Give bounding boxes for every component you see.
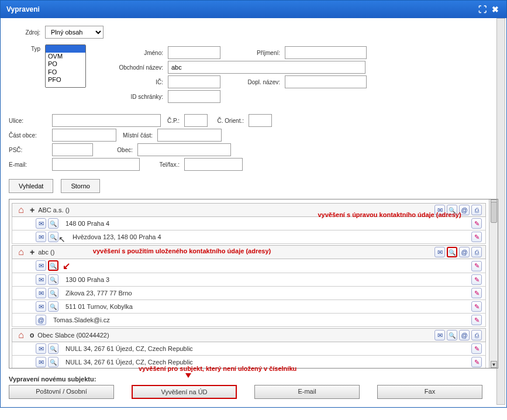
address-row[interactable]: ↖Hvězdova 123, 148 00 Praha 4 [12, 230, 486, 244]
label-email: E-mail: [9, 161, 45, 168]
address-text: 130 00 Praha 3 [65, 276, 471, 283]
envelope-icon[interactable] [36, 357, 46, 367]
edit-icon[interactable] [471, 315, 482, 325]
results-scrollbar[interactable]: ▲ ▼ [489, 199, 498, 368]
magnifier-icon[interactable] [447, 247, 457, 257]
address-row[interactable]: NULL 34, 267 61 Újezd, CZ, Czech Republi… [12, 342, 486, 356]
address-row[interactable]: 511 01 Turnov, Kobylka [12, 300, 486, 314]
label-mistnicast: Místní část: [116, 132, 157, 139]
email-field[interactable] [52, 158, 140, 171]
edit-icon[interactable] [471, 218, 482, 229]
envelope-icon[interactable] [434, 205, 445, 215]
maximize-icon[interactable]: ⛶ [477, 4, 488, 15]
window-title: Vypraveni [6, 5, 40, 13]
magnifier-icon[interactable] [48, 301, 58, 312]
envelope-icon[interactable] [36, 288, 46, 298]
expander-icon[interactable]: + [30, 247, 35, 257]
obec-field[interactable] [137, 143, 231, 156]
zdroj-select[interactable]: Plný obsah [45, 26, 104, 39]
prijmeni-field[interactable] [285, 46, 367, 59]
typ-list[interactable]: OVM PO FO PFO [45, 44, 86, 88]
bottom-button-po-tovn-osobn-[interactable]: Poštovní / Osobní [9, 385, 114, 399]
address-row[interactable]: Zikova 23, 777 77 Brno [12, 287, 486, 300]
edit-icon[interactable] [471, 261, 482, 271]
telfax-field[interactable] [184, 158, 243, 171]
home-icon [16, 205, 26, 215]
edit-icon[interactable] [471, 301, 482, 312]
doplnazev-field[interactable] [285, 75, 367, 88]
edit-icon[interactable] [471, 288, 482, 298]
arrow-down-icon [185, 373, 191, 378]
obchnazev-field[interactable] [168, 61, 365, 74]
subject-header[interactable]: oObec Slabce (00244422) [12, 328, 486, 342]
address-row[interactable]: Tomas.Sladek@i.cz [12, 314, 486, 327]
magnifier-icon[interactable] [48, 232, 58, 242]
scroll-thumb[interactable] [491, 202, 497, 223]
magnifier-icon[interactable] [48, 274, 58, 285]
ic-field[interactable] [168, 75, 220, 88]
envelope-icon[interactable] [36, 260, 46, 271]
magnifier-icon[interactable] [48, 357, 58, 367]
print-icon[interactable] [471, 205, 482, 215]
close-icon[interactable]: ✖ [490, 4, 501, 15]
address-row[interactable]: ↙ [12, 259, 486, 273]
label-telfax: Tel/fax.: [140, 161, 184, 168]
magnifier-icon[interactable] [48, 343, 58, 354]
bottom-button-e-mail[interactable]: E-mail [254, 385, 360, 399]
envelope-icon[interactable] [36, 218, 46, 229]
print-icon[interactable] [471, 247, 482, 257]
titlebar: Vypraveni ⛶ ✖ [1, 1, 506, 18]
subject-header[interactable]: +ABC a.s. () [12, 203, 486, 217]
magnifier-icon[interactable] [48, 218, 58, 229]
scroll-down-icon[interactable]: ▼ [491, 361, 497, 368]
at-icon[interactable] [459, 205, 470, 215]
corient-field[interactable] [249, 114, 272, 127]
cp-field[interactable] [184, 114, 208, 127]
at-icon[interactable] [36, 315, 46, 325]
edit-icon[interactable] [471, 357, 482, 367]
magnifier-icon[interactable] [48, 260, 58, 271]
magnifier-icon[interactable] [447, 205, 457, 215]
envelope-icon[interactable] [434, 330, 445, 340]
bottom-button-vyv-en-na-d[interactable]: Vyvěšení na ÚD [132, 385, 237, 399]
envelope-icon[interactable] [36, 343, 46, 354]
address-text: Hvězdova 123, 148 00 Praha 4 [73, 233, 471, 240]
label-typ: Typ [9, 44, 45, 52]
jmeno-field[interactable] [168, 46, 220, 59]
edit-icon[interactable] [471, 343, 482, 354]
expander-icon[interactable]: + [30, 205, 35, 215]
cancel-button[interactable]: Storno [61, 179, 99, 193]
label-castobce: Část obce: [9, 132, 45, 139]
envelope-icon[interactable] [36, 274, 46, 285]
magnifier-icon[interactable] [447, 330, 457, 340]
castobce-field[interactable] [52, 129, 116, 142]
bottom-button-fax[interactable]: Fax [377, 385, 482, 399]
address-row[interactable]: 130 00 Praha 3 [12, 273, 486, 287]
address-text: 148 00 Praha 4 [65, 220, 471, 227]
envelope-icon[interactable] [434, 247, 445, 257]
idschranky-field[interactable] [168, 90, 220, 103]
at-icon[interactable] [459, 247, 470, 257]
psc-field[interactable] [52, 143, 93, 156]
edit-icon[interactable] [471, 232, 482, 242]
print-icon[interactable] [471, 330, 482, 340]
search-button[interactable]: Vyhledat [9, 179, 53, 193]
home-icon [16, 247, 26, 257]
ulice-field[interactable] [52, 114, 161, 127]
label-obchnazev: Obchodní název: [109, 64, 168, 71]
envelope-icon[interactable] [36, 232, 46, 242]
envelope-icon[interactable] [36, 301, 46, 312]
expander-icon[interactable]: o [30, 331, 34, 339]
label-ic: IČ: [109, 79, 168, 85]
edit-icon[interactable] [471, 274, 482, 285]
mistnicast-field[interactable] [157, 129, 222, 142]
home-icon [16, 330, 26, 340]
address-row[interactable]: 148 00 Praha 4 [12, 217, 486, 230]
subject-header[interactable]: +abc () [12, 245, 486, 259]
magnifier-icon[interactable] [48, 288, 58, 298]
arrow-icon: ↙ [63, 260, 70, 271]
address-text: Tomas.Sladek@i.cz [53, 316, 471, 323]
dialog-body: Zdroj: Plný obsah Typ OVM PO FO PFO Jmén… [1, 18, 506, 407]
label-corient: Č. Orient.: [208, 118, 249, 124]
at-icon[interactable] [459, 330, 470, 340]
